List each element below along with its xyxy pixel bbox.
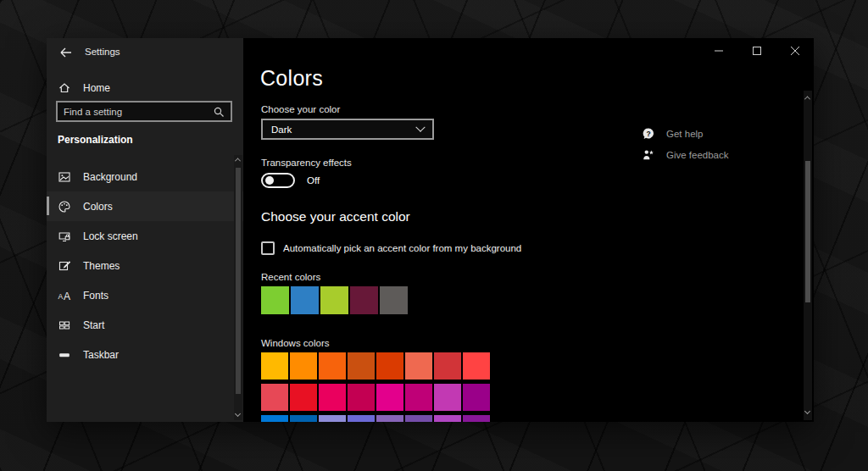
windows-color-swatch[interactable] bbox=[376, 384, 403, 411]
svg-text:?: ? bbox=[646, 130, 650, 138]
sidebar-item-start[interactable]: Start bbox=[47, 310, 243, 340]
selection-indicator bbox=[47, 226, 49, 245]
windows-color-swatch[interactable] bbox=[261, 415, 288, 422]
sidebar-item-label: Lock screen bbox=[83, 230, 138, 242]
recent-colors-label: Recent colors bbox=[261, 272, 320, 282]
svg-text:A: A bbox=[64, 290, 70, 302]
maximize-button[interactable] bbox=[737, 38, 776, 63]
auto-accent-checkbox[interactable] bbox=[261, 241, 275, 255]
sidebar-item-themes[interactable]: Themes bbox=[47, 251, 243, 280]
svg-text:A: A bbox=[58, 291, 64, 300]
selection-indicator bbox=[47, 345, 49, 363]
windows-color-swatch[interactable] bbox=[319, 384, 346, 411]
windows-color-swatch[interactable] bbox=[405, 352, 432, 380]
selection-indicator bbox=[47, 285, 49, 304]
sidebar-item-taskbar[interactable]: Taskbar bbox=[47, 340, 243, 369]
get-help-link[interactable]: ? Get help bbox=[642, 127, 729, 141]
accent-section-title: Choose your accent color bbox=[261, 209, 410, 224]
fonts-icon: AA bbox=[58, 289, 71, 302]
search-input[interactable] bbox=[64, 107, 213, 117]
close-button[interactable] bbox=[776, 38, 814, 63]
back-button[interactable] bbox=[55, 43, 77, 62]
recent-color-swatch[interactable] bbox=[261, 286, 289, 314]
themes-icon bbox=[58, 259, 71, 273]
transparency-toggle[interactable] bbox=[261, 173, 295, 188]
chevron-down-icon bbox=[415, 122, 425, 131]
sidebar-scrollbar[interactable] bbox=[234, 155, 242, 420]
color-mode-value: Dark bbox=[271, 125, 292, 135]
windows-color-swatch[interactable] bbox=[290, 352, 317, 380]
windows-color-swatch[interactable] bbox=[463, 384, 490, 411]
search-icon bbox=[213, 106, 225, 118]
scrollbar-thumb[interactable] bbox=[805, 161, 810, 302]
page-title: Colors bbox=[260, 66, 323, 91]
windows-color-swatch[interactable] bbox=[319, 352, 346, 380]
windows-color-swatch[interactable] bbox=[376, 415, 403, 422]
windows-color-swatch[interactable] bbox=[290, 415, 317, 422]
windows-color-swatch[interactable] bbox=[319, 415, 346, 422]
search-box[interactable] bbox=[56, 101, 232, 122]
choose-color-label: Choose your color bbox=[261, 104, 340, 114]
windows-color-swatch[interactable] bbox=[348, 384, 375, 411]
sidebar-item-label: Background bbox=[83, 171, 137, 183]
windows-color-swatch[interactable] bbox=[405, 415, 432, 422]
give-feedback-link[interactable]: Give feedback bbox=[642, 148, 729, 162]
recent-color-swatch[interactable] bbox=[291, 286, 319, 314]
lock-screen-icon bbox=[58, 230, 71, 243]
window-controls bbox=[699, 38, 814, 63]
selection-indicator bbox=[47, 167, 49, 186]
scroll-up-icon[interactable] bbox=[805, 96, 810, 101]
toggle-knob bbox=[265, 176, 274, 185]
scroll-down-icon[interactable] bbox=[236, 412, 241, 417]
back-arrow-icon bbox=[59, 47, 73, 58]
windows-color-swatch[interactable] bbox=[434, 352, 461, 380]
recent-color-swatch[interactable] bbox=[350, 286, 378, 314]
windows-color-swatch[interactable] bbox=[261, 384, 288, 411]
sidebar-item-label: Themes bbox=[83, 260, 120, 272]
windows-color-swatch[interactable] bbox=[290, 384, 317, 411]
sidebar-item-fonts[interactable]: AA Fonts bbox=[47, 280, 243, 310]
help-links: ? Get help Give feedback bbox=[642, 127, 729, 162]
maximize-icon bbox=[753, 47, 761, 55]
minimize-button[interactable] bbox=[699, 38, 737, 63]
windows-color-swatch[interactable] bbox=[434, 415, 461, 422]
windows-colors-grid bbox=[261, 352, 490, 422]
sidebar-item-colors[interactable]: Colors bbox=[47, 191, 243, 221]
background-icon bbox=[58, 170, 71, 184]
sidebar-nav: Background Colors Lock screen bbox=[47, 162, 243, 369]
sidebar-item-home[interactable]: Home bbox=[47, 75, 243, 102]
windows-color-swatch[interactable] bbox=[463, 415, 490, 422]
feedback-person-icon bbox=[642, 148, 655, 162]
sidebar-item-background[interactable]: Background bbox=[47, 162, 243, 191]
sidebar-item-label: Colors bbox=[83, 201, 113, 213]
windows-color-swatch[interactable] bbox=[434, 384, 461, 411]
auto-accent-label: Automatically pick an accent color from … bbox=[283, 243, 521, 253]
transparency-toggle-row: Off bbox=[261, 173, 320, 188]
color-mode-dropdown[interactable]: Dark bbox=[261, 119, 434, 140]
toggle-state-label: Off bbox=[307, 175, 320, 186]
scrollbar-thumb[interactable] bbox=[236, 168, 241, 394]
get-help-label: Get help bbox=[666, 129, 703, 139]
windows-color-swatch[interactable] bbox=[376, 352, 403, 380]
recent-color-swatch[interactable] bbox=[380, 286, 408, 314]
taskbar-icon bbox=[58, 348, 71, 362]
scroll-down-icon[interactable] bbox=[805, 409, 810, 414]
sidebar: Settings Home Personalization Background bbox=[47, 38, 243, 422]
windows-color-swatch[interactable] bbox=[348, 415, 375, 422]
give-feedback-label: Give feedback bbox=[666, 150, 729, 160]
main-scrollbar[interactable] bbox=[804, 91, 812, 420]
recent-color-swatch[interactable] bbox=[320, 286, 348, 314]
window-title: Settings bbox=[85, 47, 120, 57]
windows-color-swatch[interactable] bbox=[348, 352, 375, 380]
sidebar-item-label: Start bbox=[83, 319, 104, 331]
section-header: Personalization bbox=[58, 134, 133, 146]
windows-color-swatch[interactable] bbox=[463, 352, 490, 380]
windows-color-swatch[interactable] bbox=[261, 352, 288, 380]
scroll-up-icon[interactable] bbox=[236, 158, 241, 163]
minimize-icon bbox=[715, 47, 723, 55]
windows-color-swatch[interactable] bbox=[405, 384, 432, 411]
recent-colors-grid bbox=[261, 286, 408, 314]
windows-colors-label: Windows colors bbox=[261, 338, 330, 348]
close-icon bbox=[791, 47, 799, 55]
sidebar-item-lock-screen[interactable]: Lock screen bbox=[47, 221, 243, 251]
